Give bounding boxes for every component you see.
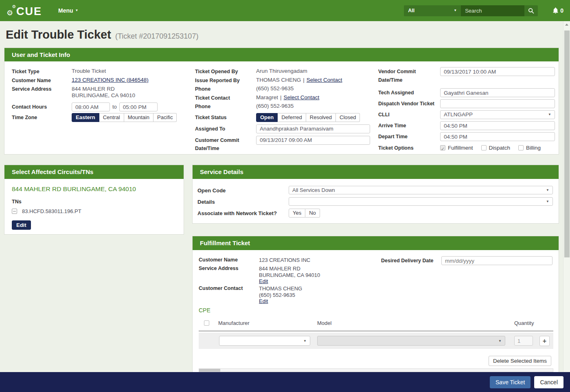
model-column-header: Model — [317, 320, 331, 326]
contact-hours-from-input[interactable] — [72, 102, 110, 111]
uti-middle-column: Ticket Opened By Arun Thiruvengadam Issu… — [195, 67, 375, 153]
depart-time-row: Depart Time — [378, 132, 557, 141]
option-dispatch[interactable]: Dispatch — [481, 144, 511, 152]
clli-value: ATLNGAPP — [444, 111, 473, 119]
select-all-checkbox[interactable] — [204, 320, 209, 326]
time-zone-row: Time Zone Eastern Central Mountain Pacif… — [12, 113, 187, 122]
desired-delivery-input[interactable] — [441, 256, 552, 265]
manufacturer-column-header: Manufacturer — [218, 320, 250, 326]
ticket-number: (Ticket #2017091253107) — [115, 32, 198, 41]
cpe-table-row: ▼ ▼ + — [199, 333, 553, 349]
tech-assigned-row: Tech Assigned — [378, 88, 557, 97]
desired-delivery-label: Desired Delivery Date — [381, 258, 434, 264]
status-deferred[interactable]: Deferred — [278, 113, 306, 122]
gears-icon: ⚙ ⚙ — [7, 4, 15, 17]
scroll-up-arrow-icon[interactable] — [565, 24, 568, 26]
select-contact-link-issue[interactable]: Select Contact — [307, 77, 342, 83]
manufacturer-select[interactable]: ▼ — [219, 336, 310, 346]
select-contact-link-ticket[interactable]: Select Contact — [284, 94, 320, 100]
fulfillment-checkbox[interactable] — [440, 145, 445, 150]
time-zone-mountain[interactable]: Mountain — [124, 113, 153, 122]
service-address-value: 844 MAHLER RD BURLINGAME, CA 94010 — [72, 85, 135, 98]
time-zone-central[interactable]: Central — [99, 113, 124, 122]
ticket-type-value: Trouble Ticket — [72, 67, 106, 76]
ticket-type-row: Ticket Type Trouble Ticket — [12, 67, 187, 76]
phone1-value: (650) 552-9635 — [256, 85, 294, 93]
circuits-panel: Select Affected Circuits/TNs 844 MAHLER … — [4, 165, 184, 235]
contact-hours-row: Contact Hours to — [12, 102, 187, 111]
option-billing[interactable]: Billing — [518, 144, 541, 152]
status-open[interactable]: Open — [256, 113, 278, 122]
open-code-select[interactable]: All Services Down ▼ — [289, 186, 553, 194]
ticket-status-row: Ticket Status Open Deferred Resolved Clo… — [195, 113, 375, 122]
depart-time-input[interactable] — [440, 132, 555, 141]
quantity-input[interactable] — [514, 336, 533, 346]
menu-dropdown[interactable]: Menu ▼ — [58, 7, 78, 14]
arrive-time-row: Arrive Time — [378, 121, 557, 130]
tech-assigned-input[interactable] — [440, 88, 555, 97]
edit-circuits-button[interactable]: Edit — [12, 220, 31, 230]
vertical-scrollbar[interactable] — [563, 21, 570, 372]
add-row-button[interactable]: + — [539, 336, 550, 346]
status-resolved[interactable]: Resolved — [306, 113, 336, 122]
time-zone-pacific[interactable]: Pacific — [153, 113, 177, 122]
opened-by-row: Ticket Opened By Arun Thiruvengadam — [195, 67, 375, 76]
horizontal-scrollbar-thumb[interactable] — [199, 369, 220, 372]
clli-select[interactable]: ATLNGAPP ▼ — [440, 110, 555, 119]
horizontal-scrollbar[interactable] — [199, 368, 553, 372]
customer-name-link[interactable]: 123 CREATIONS INC (846548) — [72, 76, 149, 85]
app-logo[interactable]: ⚙ ⚙ CUE — [7, 4, 42, 17]
associate-no[interactable]: No — [305, 209, 320, 218]
vendor-commit-input[interactable] — [440, 67, 555, 76]
cancel-button[interactable]: Cancel — [534, 376, 563, 388]
ticket-options-group: Fulfillment Dispatch Billing — [440, 144, 541, 152]
arrive-time-input[interactable] — [440, 121, 555, 130]
details-select[interactable]: ▼ — [289, 197, 553, 206]
uti-right-column: Vendor Commit Date/Time Tech Assigned Di… — [378, 67, 557, 152]
time-zone-eastern[interactable]: Eastern — [72, 113, 99, 122]
model-select[interactable]: ▼ — [317, 336, 505, 346]
edit-contact-link[interactable]: Edit — [259, 298, 268, 304]
dispatch-vendor-input[interactable] — [440, 99, 555, 108]
service-address-row: Service Address 844 MAHLER RD BURLINGAME… — [12, 85, 187, 98]
customer-commit-input[interactable] — [256, 136, 370, 145]
search-icon — [528, 8, 534, 14]
search-input[interactable] — [461, 5, 524, 16]
tree-collapse-icon[interactable] — [12, 209, 17, 214]
bell-icon — [552, 7, 559, 15]
ticket-options-row: Ticket Options Fulfillment Dispatch Bill… — [378, 144, 557, 152]
edit-address-link[interactable]: Edit — [259, 278, 268, 284]
chevron-down-icon: ▼ — [548, 111, 551, 119]
menu-label: Menu — [58, 7, 73, 14]
cpe-heading: CPE — [199, 307, 210, 314]
issue-reported-row: Issue Reported By THOMAS CHENG|Select Co… — [195, 76, 375, 85]
save-ticket-button[interactable]: Save Ticket — [490, 376, 531, 388]
search-scope-select[interactable]: All ▼ — [404, 5, 461, 16]
fulfillment-body: Customer Name 123 CREATIONS INC Desired … — [193, 250, 559, 372]
status-closed[interactable]: Closed — [336, 113, 360, 122]
dispatch-checkbox[interactable] — [481, 145, 487, 150]
customer-name-row: Customer Name 123 CREATIONS INC (846548) — [12, 76, 187, 85]
search-button[interactable] — [524, 5, 538, 16]
open-code-row: Open Code All Services Down ▼ — [197, 186, 553, 194]
vertical-scrollbar-thumb[interactable] — [564, 30, 570, 257]
vendor-commit-row: Vendor Commit Date/Time — [378, 67, 557, 84]
search-scope-value: All — [408, 8, 414, 13]
assigned-to-input[interactable] — [256, 124, 370, 133]
uti-left-column: Ticket Type Trouble Ticket Customer Name… — [12, 67, 187, 122]
associate-yes[interactable]: Yes — [289, 209, 305, 218]
circuits-header: Select Affected Circuits/TNs — [4, 165, 184, 179]
contact-hours-to-input[interactable] — [119, 102, 158, 111]
billing-checkbox[interactable] — [518, 145, 524, 150]
delete-selected-items-button[interactable]: Delete Selected Items — [489, 356, 551, 366]
page-title: Edit Trouble Ticket — [6, 28, 111, 41]
phone2-value: (650) 552-9635 — [256, 102, 294, 111]
user-ticket-info-body: Ticket Type Trouble Ticket Customer Name… — [4, 61, 559, 155]
cpe-table-header: Manufacturer Model Quantity — [199, 320, 553, 327]
assigned-to-row: Assigned To — [195, 124, 375, 133]
ful-customer-contact-row: Customer Contact THOMAS CHENG (650) 552-… — [199, 285, 302, 305]
navbar-right: All ▼ 0 — [404, 5, 563, 16]
option-fulfillment[interactable]: Fulfillment — [440, 144, 473, 152]
notifications-button[interactable]: 0 — [552, 7, 563, 15]
fulfillment-header: Fulfillment Ticket — [193, 236, 559, 250]
